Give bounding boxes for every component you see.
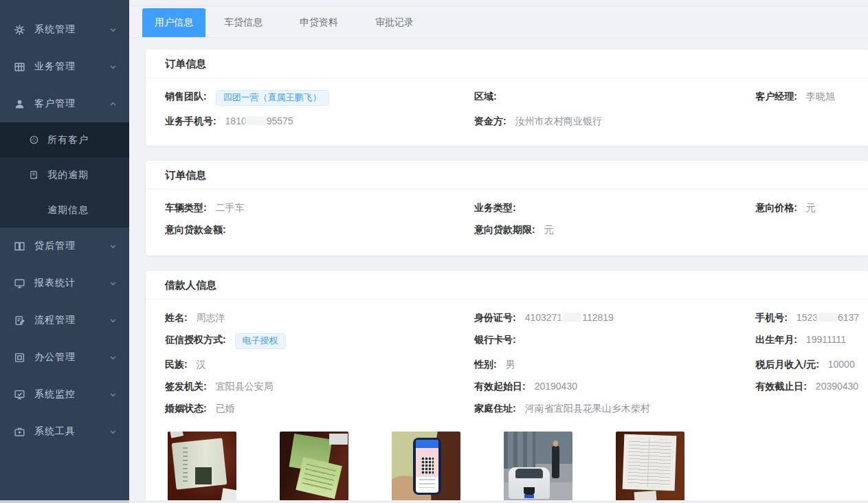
sidebar-item-label: 系统工具 <box>34 425 109 438</box>
field-value: 河南省宜阳县花果山乡木柴村 <box>525 403 650 414</box>
photo-person-with-car[interactable] <box>504 432 572 502</box>
user-icon <box>14 98 25 110</box>
sidebar-item-system-mgmt[interactable]: 系统管理 <box>0 11 129 48</box>
field-sales-team: 销售团队: 四团一营（直属王鹏飞） <box>165 85 474 110</box>
top-strip <box>129 0 868 6</box>
order-info-card-2: 订单信息 车辆类型: 二手车 业务类型: 意向价格: 元 意向贷款金额: <box>146 161 868 256</box>
field-label: 资金方: <box>474 115 507 126</box>
field-value: 10000 <box>828 359 855 370</box>
sidebar-item-label: 流程管理 <box>34 314 109 326</box>
field-value: 元 <box>544 224 554 235</box>
field-value: 男 <box>506 359 515 370</box>
sidebar-item-business-mgmt[interactable]: 业务管理 <box>0 48 129 85</box>
sidebar-item-overdue-info[interactable]: 逾期信息 <box>0 192 129 227</box>
field-value: 已婚 <box>216 403 235 414</box>
field-mobile: 手机号: 15236137 <box>755 306 868 328</box>
field-marital-status: 婚姻状态: 已婚 <box>165 397 474 419</box>
photo-phone-qr-code[interactable] <box>392 432 460 502</box>
app-root: 系统管理 业务管理 客户管理 所有客户 我的逾期 逾期信息 <box>0 0 868 503</box>
chevron-down-icon <box>109 280 117 287</box>
field-label: 家庭住址: <box>474 403 516 414</box>
photo-thumbnails-row <box>168 432 868 503</box>
sidebar-item-label: 业务管理 <box>34 60 109 73</box>
tab-bar: 用户信息 车贷信息 申贷资料 审批记录 <box>129 8 868 38</box>
sidebar-item-all-customers[interactable]: 所有客户 <box>0 122 129 157</box>
open-book-icon <box>14 241 25 252</box>
tab-car-loan-info[interactable]: 车贷信息 <box>205 8 281 37</box>
sales-team-tag: 四团一营（直属王鹏飞） <box>216 90 329 106</box>
field-business-phone: 业务手机号: 181095575 <box>165 110 474 132</box>
tab-user-info[interactable]: 用户信息 <box>142 8 205 37</box>
chevron-down-icon <box>109 428 117 436</box>
sidebar-item-office-mgmt[interactable]: 办公管理 <box>0 339 129 376</box>
field-label: 性别: <box>474 359 497 370</box>
monitor-icon <box>14 278 25 289</box>
field-vehicle-type: 车辆类型: 二手车 <box>165 197 474 219</box>
chevron-down-icon <box>109 63 117 71</box>
photo-bank-passbook[interactable] <box>280 432 348 502</box>
sidebar-item-label: 贷后管理 <box>34 240 109 252</box>
card-title: 订单信息 <box>146 161 868 190</box>
field-fund-provider: 资金方: 汝州市农村商业银行 <box>474 110 755 132</box>
field-credit-auth-method: 征信授权方式: 电子授权 <box>165 328 474 353</box>
field-value: 宜阳县公安局 <box>216 381 274 392</box>
field-label: 销售团队: <box>165 91 207 102</box>
field-bank-card: 银行卡号: <box>474 328 755 353</box>
field-value: 周志洋 <box>197 312 225 323</box>
sidebar-item-my-overdue[interactable]: 我的逾期 <box>0 157 129 192</box>
clipboard-icon <box>14 315 25 326</box>
field-label: 意向贷款期限: <box>474 224 535 235</box>
sidebar-item-postloan-mgmt[interactable]: 贷后管理 <box>0 227 129 265</box>
photo-id-card[interactable] <box>168 432 236 502</box>
redaction-blur <box>819 313 837 322</box>
field-label: 婚姻状态: <box>165 403 207 414</box>
sidebar-submenu: 所有客户 我的逾期 逾期信息 <box>0 122 129 227</box>
sidebar-item-label: 所有客户 <box>47 134 89 146</box>
field-birth-date: 出生年月: 19911111 <box>755 328 868 353</box>
field-region: 区域: <box>474 85 755 110</box>
field-label: 身份证号: <box>474 312 516 323</box>
gear-icon <box>14 24 25 36</box>
field-intent-price: 意向价格: 元 <box>755 197 868 219</box>
field-value: 19911111 <box>806 334 846 345</box>
chevron-down-icon <box>109 243 117 250</box>
sidebar: 系统管理 业务管理 客户管理 所有客户 我的逾期 逾期信息 <box>0 0 129 503</box>
main-content: 用户信息 车贷信息 申贷资料 审批记录 订单信息 销售团队: 四团一营（直属王鹏… <box>129 0 868 503</box>
field-label: 意向价格: <box>755 202 797 213</box>
field-value: 20390430 <box>816 381 858 392</box>
order-info-card-1: 订单信息 销售团队: 四团一营（直属王鹏飞） 区域: 客户经理: 李晓旭 业务手… <box>146 49 868 146</box>
field-label: 税后月收入/元: <box>755 359 819 370</box>
sidebar-item-label: 我的逾期 <box>47 169 89 181</box>
field-label: 民族: <box>165 359 188 370</box>
field-label: 有效起始日: <box>474 381 526 392</box>
monitor-check-icon <box>14 389 25 401</box>
sidebar-item-customer-mgmt[interactable]: 客户管理 <box>0 85 129 122</box>
field-value: 汉 <box>197 359 206 370</box>
field-label: 姓名: <box>165 312 188 323</box>
field-label: 客户经理: <box>755 91 797 102</box>
sidebar-item-system-monitor[interactable]: 系统监控 <box>0 376 129 413</box>
sidebar-item-system-tools[interactable]: 系统工具 <box>0 413 129 450</box>
field-valid-from: 有效起始日: 20190430 <box>474 375 755 397</box>
compass-icon <box>29 135 39 145</box>
bottom-edge-strip <box>0 500 868 503</box>
field-label: 车辆类型: <box>165 202 207 213</box>
tab-approval-records[interactable]: 审批记录 <box>357 8 432 37</box>
field-value: 15236137 <box>797 312 859 323</box>
field-value: 4103271112819 <box>525 312 614 323</box>
field-intent-loan-amount: 意向贷款金额: <box>165 219 474 241</box>
field-valid-to: 有效截止日: 20390430 <box>755 375 868 397</box>
tab-loan-application-docs[interactable]: 申贷资料 <box>281 8 357 37</box>
field-value: 20190430 <box>535 381 577 392</box>
box-icon <box>14 352 25 364</box>
field-label: 手机号: <box>755 312 788 323</box>
sidebar-item-process-mgmt[interactable]: 流程管理 <box>0 302 129 339</box>
field-monthly-income: 税后月收入/元: 10000 <box>755 353 868 375</box>
photo-paper-document[interactable] <box>616 432 685 502</box>
sidebar-item-report-stats[interactable]: 报表统计 <box>0 265 129 302</box>
sidebar-item-label: 逾期信息 <box>47 204 89 216</box>
field-value: 181095575 <box>225 115 293 126</box>
credit-auth-tag: 电子授权 <box>235 333 286 349</box>
field-intent-loan-term: 意向贷款期限: 元 <box>474 219 755 241</box>
sidebar-item-label: 客户管理 <box>34 98 109 110</box>
